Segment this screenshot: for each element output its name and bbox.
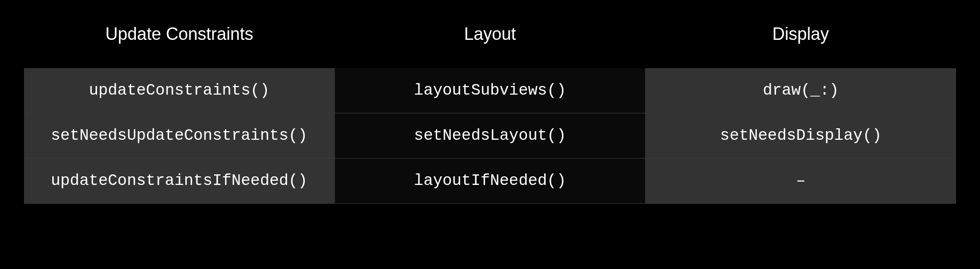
header-display: Display: [645, 14, 956, 68]
cell-display-setneeds: setNeedsDisplay(): [645, 113, 956, 158]
cell-layout-setneeds: setNeedsLayout(): [335, 113, 646, 158]
table-row: updateConstraintsIfNeeded() layoutIfNeed…: [24, 159, 956, 204]
cell-layout-override: layoutSubviews(): [335, 68, 646, 113]
table-header-row: Update Constraints Layout Display: [24, 14, 956, 68]
table-row: updateConstraints() layoutSubviews() dra…: [24, 68, 956, 113]
layout-methods-table: Update Constraints Layout Display update…: [24, 14, 956, 204]
cell-update-constraints-ifneeded: updateConstraintsIfNeeded(): [24, 159, 335, 203]
cell-display-override: draw(_:): [645, 68, 956, 113]
header-layout: Layout: [335, 14, 645, 68]
cell-update-constraints-override: updateConstraints(): [24, 68, 335, 113]
table-row: setNeedsUpdateConstraints() setNeedsLayo…: [24, 113, 956, 159]
cell-layout-ifneeded: layoutIfNeeded(): [335, 159, 646, 203]
cell-display-ifneeded: –: [645, 159, 956, 203]
cell-update-constraints-setneeds: setNeedsUpdateConstraints(): [24, 113, 335, 158]
header-update-constraints: Update Constraints: [24, 14, 335, 68]
